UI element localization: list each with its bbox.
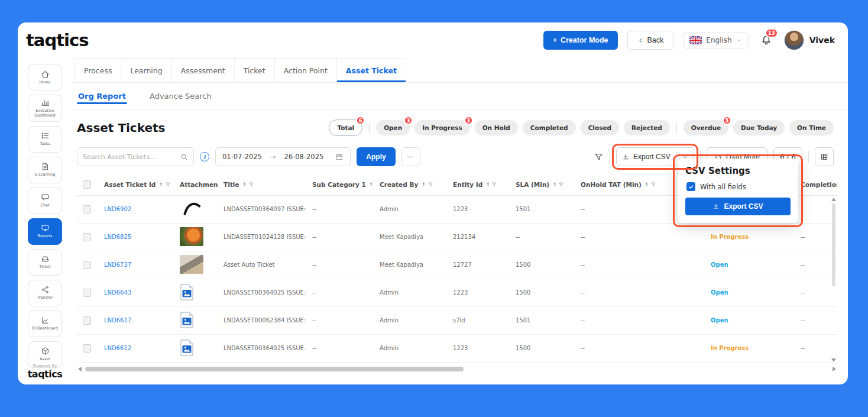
chip-closed[interactable]: Closed [581,120,619,135]
search-input[interactable] [83,153,177,161]
chip-on-time[interactable]: On Time [789,120,834,135]
asset-ticket-id-link[interactable]: LND6612 [104,345,131,351]
creator-mode-button[interactable]: + Creator Mode [543,31,618,50]
date-range-picker[interactable]: 01-07-2025 → 26-08-2025 [215,147,351,166]
row-checkbox[interactable] [83,205,91,214]
sidebar-item-executive-dashboard[interactable]: Executive Dashboard [28,95,62,122]
subtab-org-report[interactable]: Org Report [77,85,127,108]
image-file-icon[interactable] [180,340,194,356]
scroll-left-arrow[interactable] [78,367,82,371]
column-filter-icon[interactable] [165,182,171,188]
sidebar-item-chat[interactable]: Chat [28,188,62,214]
sort-icon[interactable]: ▴▾ [646,182,647,187]
sidebar-item-home[interactable]: Home [28,64,62,90]
filter-funnel-button[interactable] [594,152,604,162]
asset-ticket-id-link[interactable]: LND6643 [104,289,131,296]
with-all-fields-option[interactable]: With all fields [686,182,791,191]
status-text: In Progress [711,234,749,240]
sidebar-item-bi-dashboard[interactable]: BI Dashboard [28,311,62,337]
horizontal-scroll-thumb[interactable] [85,367,464,371]
column-filter-icon[interactable] [427,182,433,188]
exec-icon [41,98,50,107]
table-row: LND6617LNDASSET00062384 ISSUE:--Admins7l… [77,306,837,334]
status-text: In Progress [711,345,749,351]
language-selector[interactable]: English [683,32,748,49]
sort-icon[interactable]: ▴▾ [487,182,488,187]
column-filter-icon[interactable] [491,182,497,188]
apply-button[interactable]: Apply [357,147,395,166]
attachment-thumbnail[interactable] [180,255,203,274]
tab-assessment[interactable]: Assessment [171,58,235,82]
chip-rejected[interactable]: Rejected [624,120,670,135]
cell-sla: 1500 [510,251,575,279]
cell-sla: 1500 [510,279,575,306]
info-icon[interactable]: i [200,152,209,161]
sidebar-item-tasks[interactable]: Tasks [28,126,62,153]
scroll-down-arrow[interactable] [831,358,836,362]
export-csv-label: Export CSV [633,153,671,161]
sort-icon[interactable]: ▴▾ [160,182,161,187]
image-file-icon[interactable] [180,312,194,328]
row-checkbox[interactable] [83,344,91,353]
select-all-checkbox[interactable] [83,180,91,189]
tab-process[interactable]: Process [75,58,121,82]
image-file-icon[interactable] [180,284,194,300]
chip-due-today[interactable]: Due Today [733,120,785,135]
cell-sub-category: -- [306,251,374,279]
notifications-button[interactable]: 13 [758,32,775,49]
asset-ticket-id-link[interactable]: LND6825 [104,234,131,240]
home-icon [41,70,50,79]
row-checkbox[interactable] [83,316,91,325]
sidebar-item-e-learning[interactable]: E-Learning [28,157,62,183]
tab-learning[interactable]: Learning [121,58,171,82]
more-options-button[interactable]: ... [401,147,420,166]
chip-label: In Progress [422,124,462,131]
chip-open[interactable]: Open3 [376,120,410,135]
horizontal-scrollbar[interactable] [77,365,837,373]
sort-icon[interactable]: ▴▾ [553,182,555,187]
chip-in-progress[interactable]: In Progress3 [414,120,469,135]
back-button[interactable]: Back [627,31,674,50]
asset-ticket-id-link[interactable]: LND6617 [104,317,131,324]
chip-on-hold[interactable]: On Hold [475,120,518,135]
vertical-scroll-thumb[interactable] [832,203,835,286]
row-checkbox[interactable] [83,289,91,297]
chip-count-badge: 3 [464,116,473,125]
cell-sub-category: -- [306,223,374,251]
sort-icon[interactable]: ▴▾ [244,182,245,187]
row-checkbox[interactable] [83,261,91,269]
vertical-scrollbar[interactable] [830,196,837,363]
tasks-icon [41,131,50,140]
user-menu[interactable]: Vivek [784,30,835,50]
column-filter-icon[interactable] [650,182,656,188]
sidebar-item-label: Reports [38,234,53,239]
table-row: LND6825LNDASSET01024128 ISSUE:--Meet Kap… [77,223,837,251]
scroll-right-arrow[interactable] [833,367,836,371]
subtab-advance-search[interactable]: Advance Search [148,85,213,108]
column-filter-icon[interactable] [558,182,564,188]
chip-total[interactable]: Total6 [329,119,362,136]
sidebar-item-ticket[interactable]: Ticket [28,249,62,276]
asset-ticket-id-link[interactable]: LND6737 [104,261,131,268]
search-icon[interactable] [180,153,188,161]
sidebar-item-reports[interactable]: Reports [28,218,62,245]
cell-created-by: Admin [374,334,447,362]
sort-icon[interactable]: ▴▾ [370,182,372,187]
csv-settings-popup: CSV Settings With all fields Export CSV [678,159,798,223]
chip-overdue[interactable]: Overdue5 [684,120,728,135]
column-settings-button[interactable] [815,147,834,166]
tab-action-point[interactable]: Action Point [274,58,337,82]
sort-icon[interactable]: ▴▾ [422,182,424,187]
popup-export-csv-button[interactable]: Export CSV [685,198,791,215]
tab-ticket[interactable]: Ticket [234,58,275,82]
chip-completed[interactable]: Completed [523,120,576,135]
attachment-thumbnail[interactable] [180,199,203,218]
column-filter-icon[interactable] [248,182,254,188]
asset-ticket-id-link[interactable]: LND6902 [104,206,131,212]
checkbox-checked[interactable] [686,182,695,191]
scroll-up-arrow[interactable] [831,198,836,201]
sidebar-item-transfer[interactable]: Transfer [28,280,62,306]
tab-asset-ticket[interactable]: Asset Ticket [336,58,406,82]
attachment-thumbnail[interactable] [180,227,203,246]
row-checkbox[interactable] [83,233,91,241]
